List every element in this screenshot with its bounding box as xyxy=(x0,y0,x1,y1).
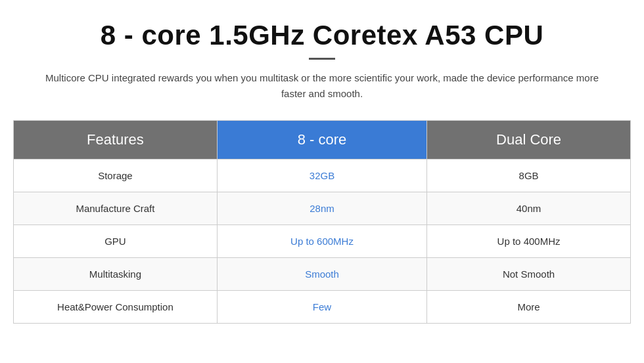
header-features: Features xyxy=(14,121,218,160)
col1-value-cell: Few xyxy=(217,291,426,324)
feature-cell: Storage xyxy=(14,160,218,192)
page-title: 8 - core 1.5GHz Coretex A53 CPU xyxy=(101,20,544,51)
col1-value-cell: 32GB xyxy=(217,160,426,192)
page-subtitle: Multicore CPU integrated rewards you whe… xyxy=(39,70,605,102)
table-row: Storage32GB8GB xyxy=(14,160,631,192)
table-row: MultitaskingSmoothNot Smooth xyxy=(14,258,631,291)
comparison-table: Features 8 - core Dual Core Storage32GB8… xyxy=(13,120,631,324)
col2-value-cell: More xyxy=(427,291,631,324)
feature-cell: Multitasking xyxy=(14,258,218,291)
col2-value-cell: Not Smooth xyxy=(427,258,631,291)
col2-value-cell: 40nm xyxy=(427,192,631,225)
col2-value-cell: Up to 400MHz xyxy=(427,225,631,258)
header-8core: 8 - core xyxy=(217,121,426,160)
table-row: Manufacture Craft28nm40nm xyxy=(14,192,631,225)
col1-value-cell: Up to 600MHz xyxy=(217,225,426,258)
table-row: GPUUp to 600MHzUp to 400MHz xyxy=(14,225,631,258)
feature-cell: Manufacture Craft xyxy=(14,192,218,225)
header-dualcore: Dual Core xyxy=(427,121,631,160)
col1-value-cell: Smooth xyxy=(217,258,426,291)
table-row: Heat&Power ConsumptionFewMore xyxy=(14,291,631,324)
title-divider xyxy=(309,58,335,60)
col2-value-cell: 8GB xyxy=(427,160,631,192)
col1-value-cell: 28nm xyxy=(217,192,426,225)
table-header-row: Features 8 - core Dual Core xyxy=(14,121,631,160)
feature-cell: Heat&Power Consumption xyxy=(14,291,218,324)
feature-cell: GPU xyxy=(14,225,218,258)
